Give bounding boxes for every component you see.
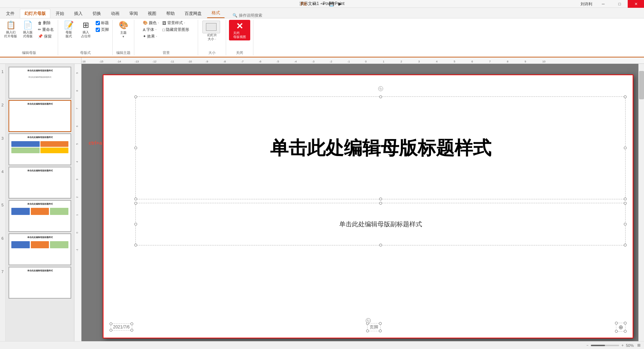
handle-tr[interactable]: [624, 95, 627, 98]
close-button[interactable]: ✕: [628, 0, 644, 8]
tab-slidemaster[interactable]: 幻灯片母版: [20, 9, 50, 18]
handle-tm[interactable]: [379, 95, 382, 98]
handle-br[interactable]: [624, 198, 627, 200]
svg-text:7: 7: [76, 108, 78, 109]
footer-check-input[interactable]: [96, 28, 100, 32]
theme-button[interactable]: 🎨 主题 ▼: [116, 20, 131, 39]
vscroll-thumb[interactable]: [639, 71, 644, 99]
rotate-handle-title[interactable]: ↻: [378, 86, 383, 91]
ctrl-hint: ctrl+a: [89, 140, 102, 146]
handle-mr[interactable]: [624, 146, 627, 149]
footer-center: 页脚: [370, 325, 378, 329]
svg-text:8: 8: [507, 60, 509, 63]
footer-date-box[interactable]: 2021/7/6: [111, 323, 132, 331]
svg-text:1: 1: [76, 214, 78, 216]
tab-home[interactable]: 开始: [51, 9, 69, 18]
title-bar: FIt ↩ ↪ 💾 ▶ 演示文稿1 - PowerPoint 刘诗利 ─ □ ✕: [0, 0, 644, 8]
slide-thumb-7[interactable]: 7 单击此处编辑母版标题样式: [9, 267, 71, 299]
title-textbox[interactable]: ↻ 单击此处编辑母版标题样式: [135, 96, 626, 199]
sub-handle-tl[interactable]: [134, 202, 137, 205]
svg-text:2: 2: [76, 196, 78, 198]
sub-handle-bm[interactable]: [379, 244, 382, 246]
tab-transitions[interactable]: 切换: [88, 9, 106, 18]
sub-handle-bl[interactable]: [134, 244, 137, 246]
sub-handle-tr[interactable]: [624, 202, 627, 205]
footer-pagenum-box[interactable]: ⊕: [616, 323, 626, 332]
handle-ml[interactable]: [134, 146, 137, 149]
slide-thumb-1[interactable]: 1 单击此处编辑母版标题样式 单击此处编辑母版副标题样式: [9, 67, 71, 99]
center-handle-br[interactable]: [379, 329, 382, 332]
zoom-out-button[interactable]: －: [586, 343, 589, 348]
sub-handle-br[interactable]: [624, 244, 627, 246]
slide-thumb-6[interactable]: 6 单击此处编辑母版标题样式: [9, 233, 71, 265]
checkboxes-col: 标题 页脚: [95, 20, 110, 33]
insert-slidemaster-button[interactable]: 📋 插入幻灯片母版: [3, 20, 18, 39]
subtitle-textbox[interactable]: 单击此处编辑母版副标题样式: [135, 203, 626, 245]
ribbon-group-theme: 🎨 主题 ▼ 编辑主题: [113, 20, 134, 55]
center-handle-bl[interactable]: [366, 329, 369, 332]
handle-bl[interactable]: [134, 198, 137, 200]
date-handle-br[interactable]: [130, 329, 133, 332]
slide-thumb-3[interactable]: 3 单击此处编辑母版标题样式: [9, 133, 71, 165]
tab-baidunetdisk[interactable]: 百度网盘: [180, 9, 206, 18]
date-handle-bl[interactable]: [110, 329, 112, 332]
search-area[interactable]: 🔍 操作说明搜索: [233, 13, 262, 18]
sub-handle-ml[interactable]: [134, 223, 137, 226]
bg-style-button[interactable]: 🖼 背景样式 ·: [161, 20, 190, 26]
pagenum-handle-bl[interactable]: [615, 330, 618, 333]
hide-bg-button[interactable]: □ 隐藏背景图形: [161, 27, 190, 33]
rotate-handle-br[interactable]: ↻: [366, 318, 371, 323]
thumb-grid-6-2: [31, 241, 49, 248]
center-handle-tr[interactable]: [379, 322, 382, 325]
canvas-area[interactable]: ctrl+a ↻ 单击此处编辑母版标题样式: [82, 64, 644, 349]
tab-file[interactable]: 文件: [1, 9, 19, 18]
fit-window-button[interactable]: ⊞: [637, 343, 640, 348]
tab-format[interactable]: 格式: [207, 8, 225, 18]
pagenum-handle-tr[interactable]: [624, 322, 627, 325]
handle-tl[interactable]: [134, 95, 137, 98]
maximize-button[interactable]: □: [611, 0, 628, 8]
tab-view[interactable]: 视图: [143, 9, 161, 18]
slide-main[interactable]: ↻ 单击此处编辑母版标题样式 单击此处编辑母版副标题样式: [103, 74, 633, 338]
zoom-controls[interactable]: － ＋ 50% ⊞: [586, 343, 640, 348]
thumb-grid-6: [11, 241, 68, 248]
minimize-button[interactable]: ─: [595, 0, 611, 8]
slide-thumb-4[interactable]: 4 单击此处编辑母版标题样式: [9, 167, 71, 199]
svg-text:-5: -5: [276, 60, 279, 63]
tab-insert[interactable]: 插入: [69, 9, 87, 18]
tab-review[interactable]: 审阅: [125, 9, 142, 18]
date-handle-tl[interactable]: [110, 322, 112, 325]
ribbon-group-content-5: 幻灯片大小 ·: [201, 20, 223, 50]
date-handle-tr[interactable]: [130, 322, 133, 325]
canvas-vscrollbar[interactable]: [638, 64, 644, 349]
pagenum-handle-tl[interactable]: [615, 322, 618, 325]
footer-checkbox[interactable]: 页脚: [95, 27, 110, 33]
master-layout-button[interactable]: 📝 母版版式: [61, 20, 77, 39]
tab-animations[interactable]: 动画: [106, 9, 124, 18]
slide-size-button[interactable]: 幻灯片大小 ·: [201, 20, 223, 42]
delete-button[interactable]: 🗑 删除: [37, 20, 55, 26]
pagenum-handle-br[interactable]: [624, 330, 627, 333]
title-check-input[interactable]: [96, 21, 100, 25]
sub-handle-mr[interactable]: [624, 223, 627, 226]
slide-thumb-5[interactable]: 5 单击此处编辑母版标题样式: [9, 200, 71, 232]
close-master-button[interactable]: ✕ 关闭母版视图: [229, 20, 250, 40]
group-label-background: 背景: [163, 50, 170, 55]
font-button[interactable]: A 字体 ·: [142, 27, 160, 33]
handle-bm[interactable]: [379, 198, 382, 200]
preserve-button[interactable]: 📌 保留: [37, 33, 55, 39]
color-button[interactable]: 🎨 颜色 ·: [142, 20, 160, 26]
insert-layout-button[interactable]: 📄 插入版式母版: [20, 20, 35, 39]
title-checkbox[interactable]: 标题: [95, 20, 110, 26]
effects-button[interactable]: ✦ 效果 ·: [142, 33, 160, 39]
rename-button[interactable]: ✏ 重命名: [37, 27, 55, 33]
slide-thumb-2[interactable]: 2 单击此处编辑母版标题样式: [9, 100, 71, 132]
slide-panel[interactable]: 1 单击此处编辑母版标题样式 单击此处编辑母版副标题样式 2 单击此处编辑母版标…: [0, 64, 74, 349]
svg-text:5: 5: [76, 143, 78, 145]
footer-center-box[interactable]: 页脚: [367, 323, 381, 331]
thumb-subtitle-1: 单击此处编辑母版副标题样式: [11, 76, 69, 78]
tab-help[interactable]: 帮助: [162, 9, 179, 18]
zoom-in-button[interactable]: ＋: [621, 343, 625, 348]
insert-placeholder-button[interactable]: ⊞ 插入占位符: [78, 20, 94, 39]
sub-handle-tm[interactable]: [379, 202, 382, 205]
